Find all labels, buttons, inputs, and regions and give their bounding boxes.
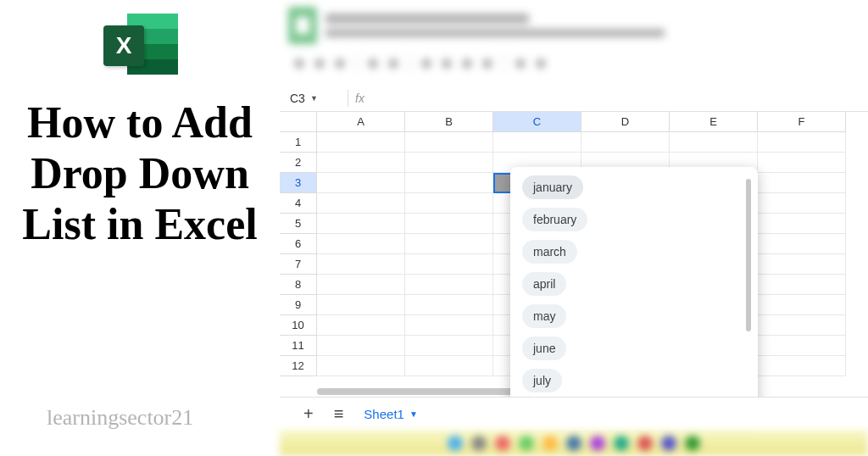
app-header-blurred: [280, 0, 868, 85]
row-header[interactable]: 7: [280, 254, 317, 275]
row-header[interactable]: 10: [280, 315, 317, 336]
fx-label: fx: [355, 92, 364, 105]
sheets-icon: [288, 7, 317, 44]
dropdown-popup: january february march april may june ju…: [510, 167, 758, 420]
row-header[interactable]: 12: [280, 356, 317, 376]
col-header-b[interactable]: B: [405, 112, 493, 132]
dropdown-option[interactable]: june: [522, 336, 566, 360]
dropdown-scrollbar[interactable]: [746, 179, 751, 331]
formula-input[interactable]: [370, 85, 868, 111]
name-box[interactable]: C3 ▼: [280, 92, 341, 105]
row-header[interactable]: 9: [280, 295, 317, 315]
sheet-tabs-bar: + ≡ Sheet1 ▼: [280, 397, 868, 431]
sheet-tab-label: Sheet1: [364, 407, 404, 421]
excel-x-letter: X: [103, 25, 144, 66]
row-header[interactable]: 11: [280, 336, 317, 356]
row-header[interactable]: 2: [280, 153, 317, 173]
all-sheets-menu-button[interactable]: ≡: [334, 404, 344, 424]
col-header-d[interactable]: D: [581, 112, 670, 132]
add-sheet-button[interactable]: +: [303, 404, 314, 424]
dropdown-option[interactable]: may: [522, 304, 566, 328]
active-cell-ref: C3: [290, 92, 305, 105]
row-header[interactable]: 8: [280, 275, 317, 295]
row-header[interactable]: 1: [280, 132, 317, 153]
dropdown-option[interactable]: april: [522, 272, 566, 296]
row-header[interactable]: 4: [280, 193, 317, 214]
row-header[interactable]: 3: [280, 173, 317, 193]
sheet-tab-dropdown-icon[interactable]: ▼: [409, 409, 418, 419]
dropdown-option[interactable]: july: [522, 369, 562, 392]
row-headers: 1 2 3 4 5 6 7 8 9 10 11 12: [280, 132, 317, 376]
watermark: learningsector21: [47, 405, 193, 431]
row-header[interactable]: 5: [280, 214, 317, 234]
col-header-c[interactable]: C: [493, 112, 581, 132]
formula-bar-row: C3 ▼ fx: [280, 85, 868, 112]
sheet-tab-active[interactable]: Sheet1 ▼: [364, 407, 417, 421]
excel-logo-icon: X: [102, 8, 178, 81]
name-box-dropdown-icon[interactable]: ▼: [310, 94, 318, 103]
select-all-corner[interactable]: [280, 112, 317, 132]
dropdown-option[interactable]: february: [522, 208, 587, 231]
page-title: How to Add Drop Down List in Excel: [0, 97, 280, 249]
column-headers: A B C D E F: [280, 112, 868, 132]
dropdown-option[interactable]: january: [522, 175, 583, 199]
col-header-a[interactable]: A: [317, 112, 405, 132]
title-panel: X How to Add Drop Down List in Excel lea…: [0, 0, 280, 456]
col-header-f[interactable]: F: [758, 112, 846, 132]
dropdown-option[interactable]: march: [522, 240, 577, 264]
col-header-e[interactable]: E: [670, 112, 758, 132]
os-taskbar-blurred: [280, 431, 868, 456]
spreadsheet-app: C3 ▼ fx A B C D E F 1 2 3 4 5 6 7 8: [280, 0, 868, 456]
row-header[interactable]: 6: [280, 234, 317, 254]
